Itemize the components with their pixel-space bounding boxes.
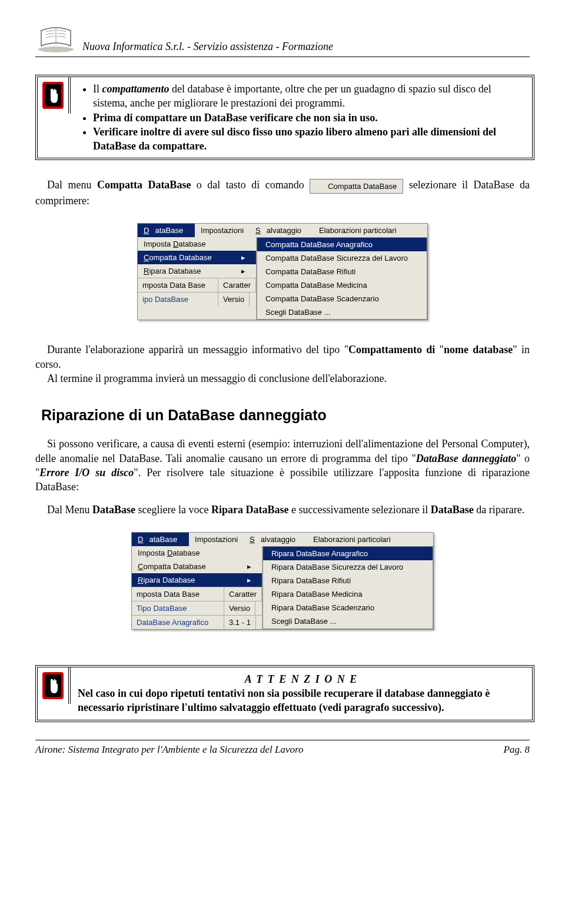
para-ripara-instructions: Dal Menu DataBase scegliere la voce Ripa…: [35, 503, 530, 517]
menubar-item-elaborazioni[interactable]: Elaborazioni particolari: [313, 224, 403, 237]
submenu-ripara-sicurezza[interactable]: Ripara DataBase Sicurezza del Lavoro: [263, 560, 433, 574]
menubar-item-impostazioni[interactable]: Impostazioni: [189, 533, 244, 546]
toolbar-cell: Caratter: [218, 278, 256, 292]
book-icon: [35, 24, 77, 53]
warning-box-attenzione: A T T E N Z I O N E Nel caso in cui dopo…: [35, 665, 534, 722]
menubar-item-impostazioni[interactable]: Impostazioni: [195, 224, 250, 237]
menubar-item-database[interactable]: DataBase: [138, 224, 195, 237]
submenu-ripara-anagrafico[interactable]: Ripara DataBase Anagrafico: [263, 547, 433, 560]
chevron-right-icon: ▸: [247, 562, 251, 571]
submenu-compatta-scadenzario[interactable]: Compatta DataBase Scadenzario: [257, 292, 427, 305]
menubar-item-elaborazioni[interactable]: Elaborazioni particolari: [307, 533, 397, 546]
menu-item-imposta[interactable]: Imposta Database: [138, 237, 256, 251]
footer-page-number: Pag. 8: [504, 744, 530, 756]
submenu-ripara-rifiuti[interactable]: Ripara DataBase Rifiuti: [263, 574, 433, 587]
submenu-compatta-anagrafico[interactable]: Compatta DataBase Anagrafico: [257, 238, 427, 251]
menu-item-compatta[interactable]: Compatta Database▸: [132, 560, 262, 573]
menu-item-ripara[interactable]: Ripara Database▸: [138, 264, 256, 278]
svg-point-0: [38, 46, 74, 52]
menubar-item-salvataggio[interactable]: Salvataggio: [244, 533, 307, 546]
submenu-compatta-rifiuti[interactable]: Compatta DataBase Rifiuti: [257, 265, 427, 278]
page-header: Nuova Informatica S.r.l. - Servizio assi…: [35, 24, 530, 57]
menubar-1: DataBase Impostazioni Salvataggio Elabor…: [138, 224, 427, 237]
heading-riparazione: Riparazione di un DataBase danneggiato: [41, 407, 530, 424]
menubar-item-database[interactable]: DataBase: [132, 533, 189, 546]
menubar-2: DataBase Impostazioni Salvataggio Elabor…: [132, 533, 433, 546]
chevron-right-icon: ▸: [241, 253, 245, 262]
para-riparazione-intro: Si possono verificare, a causa di eventi…: [35, 437, 530, 494]
warning1-bullet-0: Il compattamento del database è importan…: [93, 82, 525, 111]
para-durante-elaborazione: Durante l'elaborazione apparirà un messa…: [35, 343, 530, 385]
toolbar-cell: Tipo DataBase: [132, 601, 224, 615]
header-separator: -: [185, 41, 194, 52]
warning-box-compattamento: Il compattamento del database è importan…: [35, 75, 534, 160]
header-service: Servizio assistenza - Formazione: [194, 41, 334, 52]
submenu-compatta-medicina[interactable]: Compatta DataBase Medicina: [257, 278, 427, 292]
toolbar-cell: ipo DataBase: [138, 293, 218, 306]
footer-left: Airone: Sistema Integrato per l'Ambiente…: [35, 744, 303, 756]
chevron-right-icon: ▸: [241, 267, 245, 275]
submenu-scegli-database[interactable]: Scegli DataBase ...: [257, 305, 427, 319]
warning1-bullet-1: Prima di compattare un DataBase verifica…: [93, 111, 525, 125]
para-compatta-intro: Dal menu Compatta DataBase o dal tasto d…: [35, 178, 530, 208]
toolbar-cell: Caratter: [224, 587, 262, 601]
submenu-ripara-scadenzario[interactable]: Ripara DataBase Scadenzario: [263, 601, 433, 614]
menu-item-compatta[interactable]: Compatta Database▸: [138, 251, 256, 264]
toolbar-cell: mposta Data Base: [132, 587, 224, 601]
menubar-item-salvataggio[interactable]: Salvataggio: [250, 224, 313, 237]
chevron-right-icon: ▸: [247, 576, 251, 584]
toolbar-cell: Versio: [224, 601, 255, 615]
page-footer: Airone: Sistema Integrato per l'Ambiente…: [35, 740, 530, 756]
menu-compatta: DataBase Impostazioni Salvataggio Elabor…: [137, 223, 428, 320]
attenzione-text: Nel caso in cui dopo ripetuti tentativi …: [78, 687, 490, 713]
submenu-scegli-database[interactable]: Scegli DataBase ...: [263, 614, 433, 628]
compatta-database-button[interactable]: Compatta DataBase: [310, 179, 403, 194]
attenzione-title: A T T E N Z I O N E: [245, 673, 358, 685]
header-company: Nuova Informatica S.r.l.: [82, 41, 185, 52]
warning1-bullet-2: Verificare inoltre di avere sul disco fi…: [93, 125, 525, 154]
toolbar-cell: DataBase Anagrafico: [132, 616, 224, 629]
submenu-ripara-medicina[interactable]: Ripara DataBase Medicina: [263, 587, 433, 601]
toolbar-cell: mposta Data Base: [138, 278, 218, 292]
menu-ripara: DataBase Impostazioni Salvataggio Elabor…: [131, 532, 434, 630]
hand-icon: [41, 81, 65, 110]
toolbar-cell: Versio: [218, 293, 250, 306]
submenu-compatta-sicurezza[interactable]: Compatta DataBase Sicurezza del Lavoro: [257, 251, 427, 265]
toolbar-cell: 3.1 - 1: [224, 616, 256, 629]
hand-icon: [41, 671, 65, 700]
menu-item-imposta[interactable]: Imposta Database: [132, 546, 262, 560]
menu-item-ripara[interactable]: Ripara Database▸: [132, 573, 262, 587]
